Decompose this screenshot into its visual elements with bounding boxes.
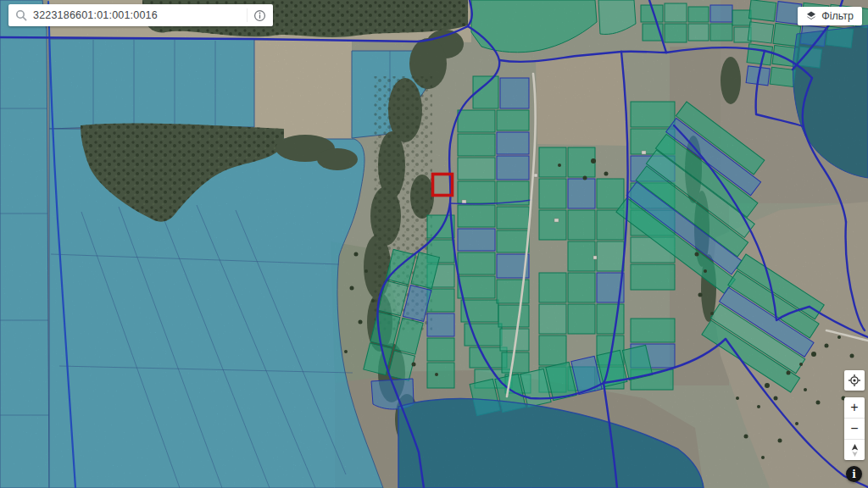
search-icon	[15, 9, 27, 21]
info-circle-icon[interactable]	[253, 9, 266, 22]
crosshair-icon	[848, 374, 861, 387]
zoom-out-button[interactable]: −	[844, 418, 865, 439]
search-bar-divider	[247, 8, 248, 22]
locate-button[interactable]	[844, 370, 865, 391]
map-canvas[interactable]	[0, 0, 868, 488]
layers-icon	[806, 11, 816, 21]
search-bar[interactable]	[8, 4, 273, 26]
satellite-grain-texture	[0, 0, 868, 488]
info-fab-label: i	[852, 469, 856, 480]
north-arrow-icon	[849, 443, 861, 458]
filter-button-label: Фільтр	[821, 10, 854, 22]
filter-button[interactable]: Фільтр	[798, 7, 862, 25]
search-input[interactable]	[33, 9, 241, 21]
zoom-control-panel: + −	[844, 397, 865, 460]
zoom-in-button[interactable]: +	[844, 397, 865, 418]
info-fab-button[interactable]: i	[846, 466, 862, 482]
compass-button[interactable]	[844, 439, 865, 460]
